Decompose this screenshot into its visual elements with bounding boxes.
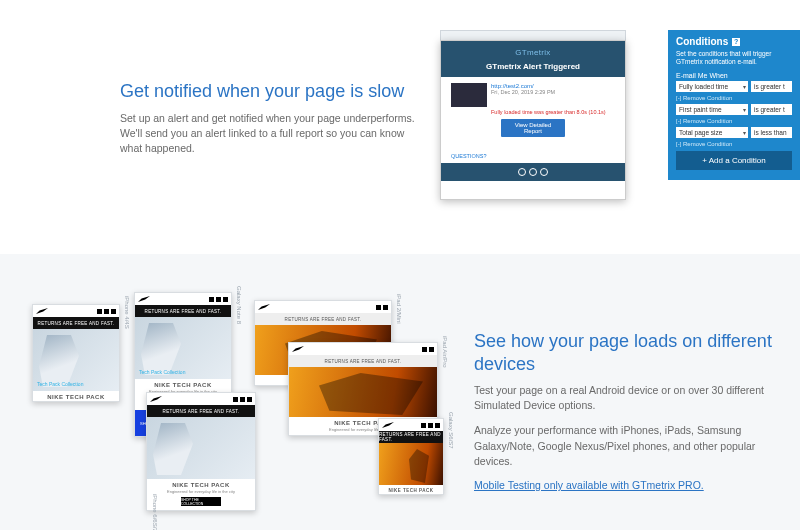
device-label: iPad 2/Mini	[396, 294, 402, 324]
remove-condition-link-1[interactable]: [-] Remove Condition	[676, 95, 792, 101]
device-label: iPhone 4/4S	[124, 296, 130, 329]
condition-metric-select[interactable]: First paint time	[676, 104, 748, 115]
condition-row-2: First paint time is greater t	[676, 104, 792, 115]
help-icon[interactable]: ?	[732, 38, 740, 46]
alerts-heading: Get notified when your page is slow	[120, 80, 420, 103]
alert-condition-text: Fully loaded time was greater than 8.0s …	[451, 107, 615, 115]
condition-row-3: Total page size is less than	[676, 127, 792, 138]
section-devices: RETURNS ARE FREE AND FAST. Tech Pack Col…	[0, 254, 800, 530]
section-alerts-visual: GTmetrix GTmetrix Alert Triggered http:/…	[440, 30, 780, 230]
cart-icon	[104, 309, 109, 314]
add-condition-button[interactable]: + Add a Condition	[676, 151, 792, 170]
google-icon[interactable]	[540, 168, 548, 176]
conditions-email-label: E-mail Me When	[676, 72, 792, 79]
condition-op-select[interactable]: is greater t	[751, 104, 792, 115]
menu-icon	[111, 309, 116, 314]
pro-link[interactable]: Mobile Testing only available with GTmet…	[474, 479, 704, 491]
alert-logo: GTmetrix	[441, 41, 625, 60]
nike-logo-icon	[138, 296, 150, 302]
facebook-icon[interactable]	[518, 168, 526, 176]
devices-desc-1: Test your page on a real Android device …	[474, 383, 782, 413]
nike-logo-icon	[36, 308, 48, 314]
device-label: iPhone 6/6S/7/8 Plus	[152, 494, 158, 530]
twitter-icon[interactable]	[529, 168, 537, 176]
alert-body: http://test2.com/ Fri, Dec 20, 2019 2:29…	[441, 77, 625, 163]
device-collage: RETURNS ARE FREE AND FAST. Tech Pack Col…	[30, 280, 460, 510]
conditions-title: Conditions?	[676, 36, 792, 47]
conditions-panel: Conditions? Set the conditions that will…	[668, 30, 800, 180]
devices-heading: See how your page loads on different dev…	[474, 330, 782, 375]
remove-condition-link-3[interactable]: [-] Remove Condition	[676, 141, 792, 147]
device-label: Galaxy Note 8	[236, 286, 242, 324]
device-iphone45: RETURNS ARE FREE AND FAST. Tech Pack Col…	[32, 304, 120, 402]
device-caption: NIKE TECH PACK	[33, 391, 119, 401]
section-alerts-text: Get notified when your page is slow Set …	[120, 30, 420, 230]
shop-button[interactable]: SHOP THE COLLECTION	[181, 497, 221, 506]
section-devices-text: See how your page loads on different dev…	[460, 280, 790, 510]
alert-questions: QUESTIONS?	[451, 153, 486, 159]
section-alerts: Get notified when your page is slow Set …	[0, 0, 800, 254]
devices-desc-2: Analyze your performance with iPhones, i…	[474, 423, 782, 469]
alert-footer-social	[441, 163, 625, 181]
device-label: iPad Air/Pro	[442, 336, 448, 368]
alert-thumbnail	[451, 83, 487, 107]
device-label: Galaxy S6/S7	[448, 412, 454, 449]
device-galaxy-s67: RETURNS ARE FREE AND FAST. NIKE TECH PAC…	[378, 418, 444, 495]
alerts-desc: Set up an alert and get notified when yo…	[120, 111, 420, 157]
section-devices-visual: RETURNS ARE FREE AND FAST. Tech Pack Col…	[30, 280, 460, 510]
promo-strip: RETURNS ARE FREE AND FAST.	[33, 317, 119, 329]
condition-metric-select[interactable]: Fully loaded time	[676, 81, 748, 92]
condition-op-select[interactable]: is greater t	[751, 81, 792, 92]
device-iphone678plus: RETURNS ARE FREE AND FAST. NIKE TECH PAC…	[146, 392, 256, 511]
conditions-note: Set the conditions that will trigger GTm…	[676, 50, 792, 67]
condition-metric-select[interactable]: Total page size	[676, 127, 748, 138]
alert-email-card: GTmetrix GTmetrix Alert Triggered http:/…	[440, 40, 626, 200]
alert-title: GTmetrix Alert Triggered	[441, 60, 625, 77]
condition-op-select[interactable]: is less than	[751, 127, 792, 138]
remove-condition-link-2[interactable]: [-] Remove Condition	[676, 118, 792, 124]
condition-row-1: Fully loaded time is greater t	[676, 81, 792, 92]
search-icon	[97, 309, 102, 314]
alert-view-report-button[interactable]: View Detailed Report	[501, 119, 565, 137]
